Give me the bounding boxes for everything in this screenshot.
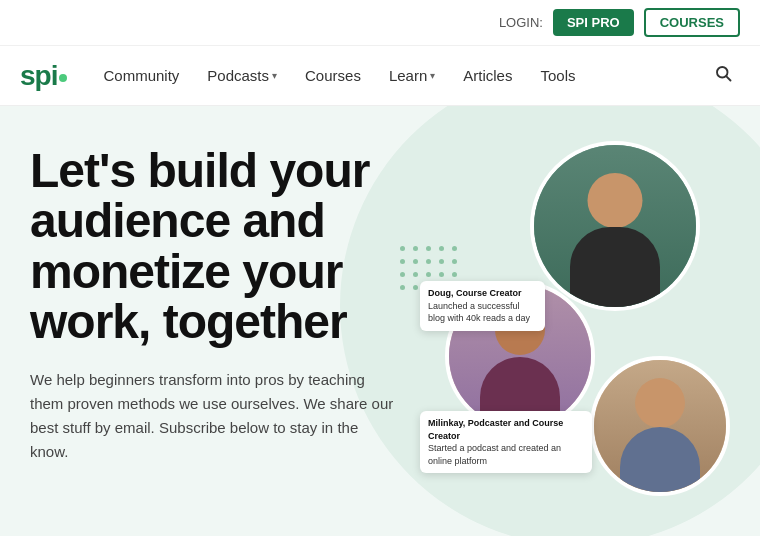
hero-images: Doug, Course Creator Launched a successf… xyxy=(420,126,740,526)
logo-dot xyxy=(59,74,67,82)
hero-title: Let's build your audience and monetize y… xyxy=(30,146,450,348)
hero-content: Let's build your audience and monetize y… xyxy=(30,146,450,464)
nav-podcasts[interactable]: Podcasts ▾ xyxy=(195,59,289,92)
podcasts-chevron-icon: ▾ xyxy=(272,70,277,81)
nav-community[interactable]: Community xyxy=(91,59,191,92)
nav-learn[interactable]: Learn ▾ xyxy=(377,59,447,92)
nav-items: Community Podcasts ▾ Courses Learn ▾ Art… xyxy=(91,56,740,95)
learn-chevron-icon: ▾ xyxy=(430,70,435,81)
hero-subtitle: We help beginners transform into pros by… xyxy=(30,368,400,464)
search-icon[interactable] xyxy=(706,56,740,95)
person3-photo xyxy=(590,356,730,496)
top-bar: LOGIN: SPI PRO COURSES xyxy=(0,0,760,46)
main-nav: spi Community Podcasts ▾ Courses Learn ▾… xyxy=(0,46,760,106)
login-label: LOGIN: xyxy=(499,15,543,30)
logo[interactable]: spi xyxy=(20,60,67,92)
nav-courses[interactable]: Courses xyxy=(293,59,373,92)
hero-section: Let's build your audience and monetize y… xyxy=(0,106,760,536)
spi-pro-button[interactable]: SPI PRO xyxy=(553,9,634,36)
logo-text: spi xyxy=(20,60,57,92)
nav-tools[interactable]: Tools xyxy=(528,59,587,92)
person2-nametag: Milinkay, Podcaster and Course Creator S… xyxy=(420,411,592,473)
nav-articles[interactable]: Articles xyxy=(451,59,524,92)
courses-top-button[interactable]: COURSES xyxy=(644,8,740,37)
svg-line-1 xyxy=(726,76,730,80)
person1-nametag: Doug, Course Creator Launched a successf… xyxy=(420,281,545,331)
